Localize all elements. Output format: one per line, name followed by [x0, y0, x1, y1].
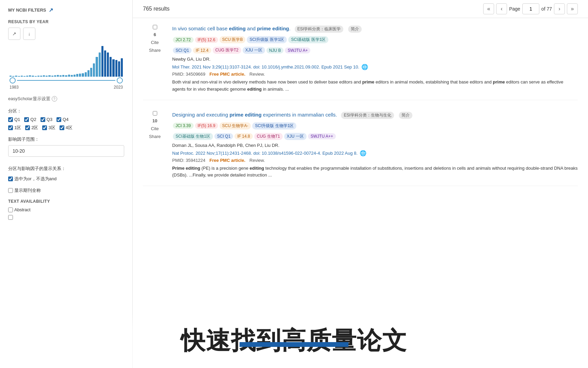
badge-swjtu: SWJTU A+ — [285, 47, 310, 53]
chart-bar-29 — [90, 68, 92, 77]
chart-controls: ↗ ↓ — [8, 28, 124, 40]
first-page-button[interactable]: « — [483, 3, 494, 14]
chart-bar-32 — [99, 52, 101, 77]
text-availability-section: TEXT AVAILABILITY Abstract — [8, 199, 124, 220]
main-content: 765 results « ‹ Page of 77 › » — [133, 0, 588, 368]
results-count: 765 results — [143, 6, 169, 12]
article-1-checkbox-row — [153, 25, 157, 29]
slider-right[interactable] — [117, 77, 123, 83]
article-2-checkbox-row — [153, 111, 157, 116]
impact-label: 影响因子范围： — [8, 136, 124, 142]
ncbi-filters-label: MY NCBI FILTERS — [8, 7, 46, 13]
q3-checkbox[interactable]: Q3 — [40, 117, 52, 122]
display-relation-label: 分区与影响因子的显示关系： — [8, 166, 124, 172]
article-1-intro-badge[interactable]: 简介 — [348, 26, 362, 33]
abstract-checkbox[interactable]: Abstract — [8, 207, 31, 212]
q1-checkbox[interactable]: Q1 — [8, 117, 20, 122]
article-2-pmid-row: PMID: 35941224 Free PMC article. Review. — [172, 158, 578, 163]
main-header: 765 results « ‹ Page of 77 › » — [133, 0, 588, 18]
article-1-num: 6 — [153, 32, 156, 37]
page-input[interactable] — [522, 3, 539, 14]
chart-bar-10 — [37, 76, 39, 77]
badge2-if5: IF(5) 16.9 — [195, 123, 218, 129]
year-labels: 1983 2023 — [8, 85, 124, 90]
article-2-free-pmc[interactable]: Free PMC article. — [210, 158, 246, 163]
last-page-button[interactable]: » — [567, 3, 578, 14]
or-and-checkbox[interactable]: 选中为or，不选为and — [8, 176, 56, 182]
article-2-intro-badge[interactable]: 简介 — [399, 112, 412, 119]
chart-bar-21 — [68, 75, 70, 77]
badge-sci-upgrade: SCI升级版 医学1区 — [247, 36, 287, 43]
chart-bar-26 — [82, 73, 84, 77]
prev-page-button[interactable]: ‹ — [496, 3, 507, 14]
next-page-button[interactable]: › — [554, 3, 565, 14]
article-2-body: Designing and executing prime editing ex… — [172, 111, 578, 179]
badge-if5: IF(5) 12.6 — [195, 37, 218, 43]
chart-bar-40 — [121, 58, 123, 77]
q4-checkbox[interactable]: Q4 — [56, 117, 68, 122]
article-2-cite[interactable]: Cite — [151, 126, 159, 131]
article-2-top: 10 Cite Share Designing and executing pr… — [143, 111, 578, 179]
q2-checkbox[interactable]: Q2 — [24, 117, 36, 122]
pagination: « ‹ Page of 77 › » — [483, 3, 578, 14]
abstract-item: Abstract — [8, 207, 124, 212]
article-1-review: Review. — [249, 72, 265, 77]
article-2-badges-row1: JCI 3.39 IF(5) 16.9 SCU 生物学A- SCI升级版 生物学… — [172, 122, 578, 130]
chart-bar-20 — [65, 75, 67, 77]
chart-bar-33 — [101, 46, 103, 77]
zone4-checkbox[interactable]: 4区 — [60, 125, 72, 131]
chart-bar-22 — [71, 75, 73, 77]
journal-fullname-checkbox[interactable]: 显示期刊全称 — [8, 187, 41, 194]
article-1-body: In vivo somatic cell base editing and pr… — [172, 25, 578, 93]
article-2-checkbox[interactable] — [153, 111, 157, 116]
help-icon[interactable]: ? — [52, 96, 57, 102]
impact-input[interactable] — [8, 145, 124, 157]
chart-bar-1 — [12, 76, 14, 77]
chart-bar-11 — [40, 76, 42, 77]
article-2-abstract: Prime editing (PE) is a precision gene e… — [172, 165, 578, 179]
article-1: 6 Cite Share In vivo somatic cell base e… — [143, 25, 578, 100]
article-2-badges-row2: SCI基础版 生物1区 SCI Q1 IF 14.8 CUG 生物T1 XJU … — [172, 132, 578, 141]
article-1-free-pmc[interactable]: Free PMC article. — [210, 72, 246, 77]
article-2-pmid: PMID: 35941224 — [172, 158, 206, 163]
article-2-left: 10 Cite Share — [143, 111, 167, 179]
chart-bar-17 — [57, 75, 59, 77]
badge2-if: IF 14.8 — [234, 133, 252, 139]
article-2-journal: Nat Protoc. 2022 Nov;17(11):2431-2468. d… — [172, 150, 578, 156]
export-icon[interactable]: ↗ — [49, 7, 53, 13]
expand-chart-button[interactable]: ↗ — [8, 28, 20, 40]
article-1-esi-badge: ESI学科分类：临床医学 — [295, 26, 343, 33]
chart-area — [8, 43, 124, 83]
article-1-title[interactable]: In vivo somatic cell base editing and pr… — [172, 25, 291, 32]
download-chart-button[interactable]: ↓ — [23, 28, 35, 40]
chart-bar-28 — [87, 70, 89, 77]
q-checkboxes: Q1 Q2 Q3 Q4 — [8, 117, 124, 122]
chart-bar-3 — [18, 76, 20, 77]
zone2-checkbox[interactable]: 2区 — [25, 125, 38, 131]
chart-bar-5 — [23, 76, 26, 77]
badge-sciq1: SCI Q1 — [173, 47, 192, 53]
chart-bar-24 — [76, 74, 78, 77]
more-text-checkbox[interactable] — [8, 215, 13, 220]
article-1-cite[interactable]: Cite — [151, 40, 159, 45]
chart-bar-34 — [104, 50, 106, 77]
sidebar: MY NCBI FILTERS ↗ RESULTS BY YEAR ↗ ↓ 19… — [0, 0, 133, 368]
article-1-pmid: PMID: 34509669 — [172, 72, 206, 77]
slider-left[interactable] — [10, 77, 16, 83]
chart-slider[interactable] — [8, 77, 124, 83]
article-2-share[interactable]: Share — [149, 134, 161, 139]
zone1-checkbox[interactable]: 1区 — [8, 125, 21, 131]
ncbi-filters-header: MY NCBI FILTERS ↗ — [8, 7, 124, 13]
article-1-left: 6 Cite Share — [143, 25, 167, 93]
badge-cug: CUG 医学T2 — [213, 47, 241, 54]
article-1-badges-row1: JCI 2.72 IF(5) 12.6 SCU 医学B SCI升级版 医学1区 … — [172, 35, 578, 44]
article-2-title[interactable]: Designing and executing prime editing ex… — [172, 111, 337, 118]
article-1-checkbox[interactable] — [153, 25, 157, 29]
article-1-share[interactable]: Share — [149, 48, 161, 53]
article-1-title-row: In vivo somatic cell base editing and pr… — [172, 25, 578, 33]
globe-icon-1: 🌐 — [361, 64, 368, 70]
zone3-checkbox[interactable]: 3区 — [42, 125, 55, 131]
chart-bar-35 — [107, 52, 109, 77]
chart-bar-16 — [54, 75, 56, 77]
article-2-authors: Doman JL, Sousa AA, Randolph PB, Chen PJ… — [172, 143, 578, 148]
